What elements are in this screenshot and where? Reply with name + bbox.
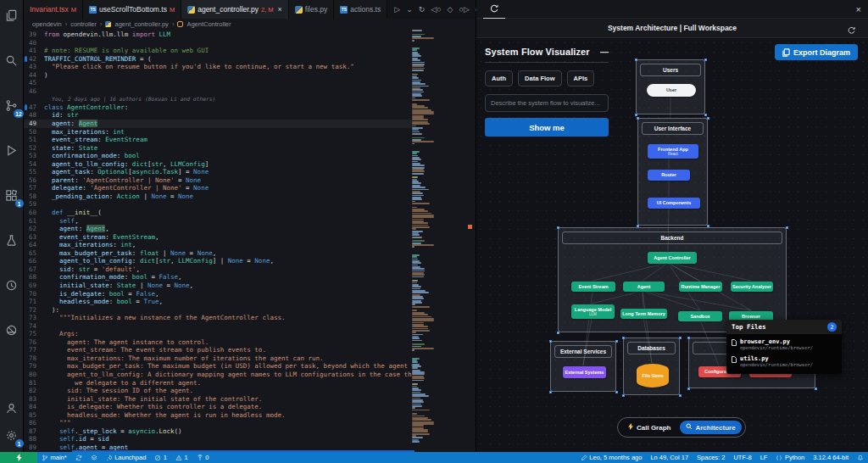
selection-handle[interactable] [615,340,618,343]
diagram-group-user-interface[interactable]: User InterfaceFrontend AppReactRouterUI … [637,118,708,226]
search-icon[interactable] [2,50,22,70]
selection-handle[interactable] [549,340,552,343]
selection-handle[interactable] [786,226,788,229]
timeline-icon[interactable] [2,275,22,295]
chip-apis[interactable]: APIs [567,70,595,86]
tab-files.py[interactable]: files.py [289,0,334,19]
selection-handle[interactable] [679,337,682,339]
status-1[interactable]: 1 [150,454,171,461]
selection-handle[interactable] [637,117,639,120]
selection-handle[interactable] [687,337,690,339]
account-icon[interactable] [2,398,22,418]
status-leo-5-months-ago[interactable]: Leo, 5 months ago [576,454,647,461]
refresh-icon[interactable] [847,23,856,38]
run-debug-icon[interactable] [2,140,22,160]
testing-icon[interactable] [2,230,22,250]
status-3-12-4-64-bit[interactable]: 3.12.4 64-bit [809,454,853,461]
diagram-node-agent[interactable]: Agent [623,282,665,292]
git-blame-lens[interactable]: You, 2 days ago | 16 authors (Boxuan Li … [24,95,412,103]
show-me-button[interactable]: Show me [485,118,609,137]
diagram-node-ui-components[interactable]: UI Components [648,198,700,209]
tooltip-file-item[interactable]: utils.pyopendevin/runtime/browser/ [732,354,837,371]
diagram-node-security-analyzer[interactable]: Security Analyzer [731,282,773,292]
chip-data-flow[interactable]: Data Flow [518,70,561,86]
diagram-node-runtime-manager[interactable]: Runtime Manager [679,282,722,292]
tab-useScrollToBottom.ts[interactable]: TSuseScrollToBottom.tsM [83,0,181,19]
diagram-node-file-store[interactable]: File Store [637,364,669,388]
diagram-group-users[interactable]: UsersUser [636,59,705,114]
extensions-icon[interactable]: 1 [2,185,22,205]
selection-handle[interactable] [557,332,559,334]
diagram-node-external-systems[interactable]: External Systems [563,366,606,378]
status-python[interactable]: Python [771,454,809,461]
diagram-node-frontend-app[interactable]: Frontend AppReact [648,144,698,159]
toggle-call-graph[interactable]: Call Graph [621,421,676,434]
run-icon[interactable]: ▷ [394,5,400,14]
selection-handle[interactable] [549,391,552,393]
source-control-icon[interactable]: 12 [2,95,22,115]
selection-handle[interactable] [707,117,709,120]
explorer-icon[interactable] [2,5,22,25]
selection-handle[interactable] [635,114,637,116]
toggle-architecture[interactable]: Architecture [680,421,741,434]
selection-handle[interactable] [815,388,817,390]
tooltip-file-item[interactable]: browser_env.pyopendevin/runtime/browser/ [732,336,837,354]
diagram-node-user[interactable]: User [647,84,696,97]
diagram-group-backend[interactable]: BackendAgent ControllerEvent StreamAgent… [558,227,787,332]
diagram-node-sandbox[interactable]: Sandbox [678,311,722,321]
breadcrumb[interactable]: opendevin›controller›agent_controller.py… [24,19,476,30]
breadcrumb-item[interactable]: agent_controller.py [114,20,168,28]
tab-actions.ts[interactable]: TSactions.ts [334,0,387,19]
selection-handle[interactable] [687,388,690,390]
minimap[interactable] [412,30,434,452]
diagram-node-router[interactable]: Router [648,170,690,181]
selection-handle[interactable] [704,114,707,116]
code-editor[interactable]: 39from opendevin.llm.llm import LLM4041#… [24,30,476,452]
status-lf[interactable]: LF [756,454,772,461]
tab-Invariant.tsx[interactable]: Invariant.tsxM [24,0,83,19]
status-1[interactable]: 1 [171,454,192,461]
status-main-[interactable]: main* [37,454,71,461]
close-icon[interactable]: × [856,4,861,14]
diagram-node-agent-controller[interactable]: Agent Controller [648,252,697,264]
tab-agent_controller.py[interactable]: agent_controller.py2, M× [181,0,289,19]
diagram-node-event-stream[interactable]: Event Stream [571,282,615,292]
selection-handle[interactable] [615,391,618,393]
breadcrumb-item[interactable]: AgentController [186,20,231,28]
status-bell[interactable] [853,455,868,461]
flow-description-input[interactable]: Describe the system flow to visualize... [485,94,609,112]
status-ln-49-col-17[interactable]: Ln 49, Col 17 [646,454,693,461]
status-utf-8[interactable]: UTF-8 [729,454,755,461]
diagram-group-databases[interactable]: DatabasesFile Store [623,337,680,395]
selection-handle[interactable] [622,337,625,339]
export-diagram-button[interactable]: Export Diagram [775,44,858,60]
status-sync[interactable] [71,454,86,461]
restart-icon[interactable]: ↻ [419,5,426,14]
selection-handle[interactable] [704,59,707,61]
run-dropdown-icon[interactable]: ⌄ [406,5,413,14]
diagram-node-long-term-memory[interactable]: Long Term Memory [620,309,667,319]
diagram-canvas[interactable]: Export Diagram System Flow Visualizer — … [476,38,868,452]
close-tab-icon[interactable]: × [278,5,282,14]
breadcrumb-item[interactable]: opendevin [32,20,62,28]
step-icon[interactable]: ◇ [448,5,453,14]
diagram-node-language-model[interactable]: Language ModelLLM [571,304,615,319]
chip-auth[interactable]: Auth [485,70,513,86]
extension-logo-icon[interactable] [483,0,505,19]
settings-icon[interactable]: 1 [2,425,22,445]
selection-handle[interactable] [622,394,625,397]
status-0[interactable]: 0 [192,454,214,461]
status-launchpad[interactable]: Launchpad [102,454,151,461]
minimize-icon[interactable]: — [600,47,609,57]
selection-handle[interactable] [635,59,637,61]
selection-handle[interactable] [679,394,682,397]
selection-handle[interactable] [557,226,559,229]
status-spaces-2[interactable]: Spaces: 2 [693,454,729,461]
diagram-group-external-services[interactable]: External ServicesExternal Systems [550,341,616,392]
step-over-icon[interactable]: ○▷ [459,5,470,14]
step-back-icon[interactable]: ◁○ [431,5,441,14]
remote-indicator[interactable] [0,452,37,463]
status-layers[interactable] [86,454,102,461]
breadcrumb-item[interactable]: controller [70,20,97,28]
remote-explorer-icon[interactable] [2,320,22,340]
